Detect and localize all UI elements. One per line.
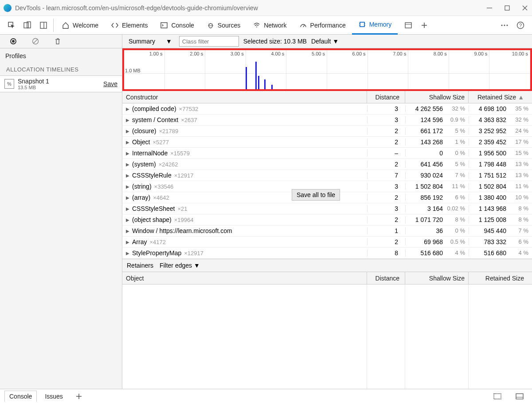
retained-size: 1 798 448 bbox=[479, 161, 506, 168]
drawer-icon-2[interactable] bbox=[514, 391, 525, 402]
expand-icon[interactable]: ▶ bbox=[126, 162, 129, 167]
expand-icon[interactable]: ▶ bbox=[126, 195, 129, 200]
snapshot-item[interactable]: % Snapshot 1 13.5 MB Save bbox=[0, 75, 122, 92]
help-icon[interactable]: ? bbox=[515, 20, 526, 31]
clear-icon[interactable] bbox=[30, 36, 41, 47]
th-distance-2[interactable]: Distance bbox=[367, 272, 405, 284]
table-row[interactable]: ▶(system) ×242622641 4565 %1 798 44813 % bbox=[122, 159, 532, 170]
window-titlebar: DevTools - learn.microsoft.com/en-us/mic… bbox=[0, 0, 532, 16]
device-icon[interactable] bbox=[22, 20, 33, 31]
drawer-icon-1[interactable] bbox=[492, 391, 503, 402]
table-row[interactable]: ▶(closure) ×217892661 1725 %3 252 95224 … bbox=[122, 126, 532, 137]
tab-welcome[interactable]: Welcome bbox=[55, 16, 105, 35]
constructor-name: system / Context bbox=[132, 116, 178, 123]
table-row[interactable]: ▶CSSStyleSheet ×2133 1640.02 %1 143 9688… bbox=[122, 203, 532, 214]
expand-icon[interactable]: ▶ bbox=[126, 184, 129, 189]
time-tick: 4.00 s bbox=[246, 50, 287, 89]
drawer-tab-issues[interactable]: Issues bbox=[40, 391, 67, 402]
tab-sources[interactable]: Sources bbox=[200, 16, 246, 35]
th-constructor[interactable]: Constructor bbox=[122, 91, 367, 103]
table-row[interactable]: ▶(string) ×3354631 502 80411 %1 502 8041… bbox=[122, 181, 532, 192]
constructor-name: Window / https://learn.microsoft.com bbox=[132, 227, 232, 234]
expand-icon[interactable]: ▶ bbox=[126, 240, 129, 245]
distance-cell: 2 bbox=[367, 216, 405, 223]
constructor-name: Array bbox=[132, 238, 147, 245]
table-row[interactable]: ▶system / Context ×26373124 5960.9 %4 36… bbox=[122, 115, 532, 126]
sort-up-icon: ▲ bbox=[518, 94, 524, 101]
distance-cell: 3 bbox=[367, 183, 405, 190]
expand-icon[interactable]: ▶ bbox=[126, 151, 129, 156]
expand-icon[interactable]: ▶ bbox=[126, 129, 129, 134]
summary-dropdown[interactable]: Summary▼ bbox=[126, 37, 175, 46]
tab-console[interactable]: Console bbox=[154, 16, 200, 35]
th-shallow-2[interactable]: Shallow Size bbox=[405, 272, 469, 284]
shallow-size: 641 456 bbox=[420, 161, 443, 168]
allocation-timeline[interactable]: 1.00 s2.00 s3.00 s4.00 s5.00 s6.00 s7.00… bbox=[122, 48, 532, 91]
shallow-pct: 0 % bbox=[446, 227, 465, 234]
retained-pct: 8 % bbox=[510, 205, 528, 212]
table-row[interactable]: ▶StylePropertyMap ×129178516 6804 %516 6… bbox=[122, 248, 532, 259]
retained-size: 1 502 804 bbox=[479, 183, 506, 190]
distance-cell: – bbox=[367, 150, 405, 157]
expand-icon[interactable]: ▶ bbox=[126, 118, 129, 122]
panel-icon[interactable] bbox=[403, 20, 414, 31]
tab-elements[interactable]: Elements bbox=[105, 16, 154, 35]
shallow-pct: 5 % bbox=[446, 161, 465, 168]
constructor-name: (object shape) bbox=[132, 216, 172, 223]
th-shallow[interactable]: Shallow Size bbox=[405, 91, 469, 103]
add-drawer-tab[interactable] bbox=[74, 391, 84, 402]
maximize-button[interactable] bbox=[504, 4, 511, 12]
save-link[interactable]: Save bbox=[103, 80, 117, 87]
shallow-size: 4 262 556 bbox=[415, 105, 443, 112]
expand-icon[interactable]: ▶ bbox=[126, 206, 129, 211]
table-row[interactable]: ▶(object shape) ×1996421 071 7208 %1 125… bbox=[122, 214, 532, 225]
table-row[interactable]: ▶Window / https://learn.microsoft.com136… bbox=[122, 225, 532, 237]
expand-icon[interactable]: ▶ bbox=[126, 251, 129, 256]
th-distance[interactable]: Distance bbox=[367, 91, 405, 103]
dock-icon[interactable] bbox=[38, 20, 49, 31]
time-tick: 6.00 s bbox=[327, 50, 368, 89]
retained-size: 1 956 500 bbox=[479, 150, 506, 157]
shallow-size: 143 268 bbox=[420, 138, 443, 146]
svg-rect-5 bbox=[24, 23, 28, 28]
class-filter-input[interactable] bbox=[179, 36, 239, 47]
allocation-heading: ALLOCATION TIMELINES bbox=[0, 63, 122, 75]
filter-edges-dropdown[interactable]: Filter edges ▼ bbox=[160, 262, 200, 269]
th-retained-2[interactable]: Retained Size bbox=[469, 272, 532, 284]
tab-memory[interactable]: Memory bbox=[352, 16, 398, 35]
th-object[interactable]: Object bbox=[122, 272, 367, 284]
table-row[interactable]: ▶Object ×52772143 2681 %2 359 45217 % bbox=[122, 137, 532, 148]
th-retained[interactable]: Retained Size▲ bbox=[469, 91, 532, 103]
instance-count: ×24262 bbox=[159, 161, 178, 168]
expand-icon[interactable]: ▶ bbox=[126, 217, 129, 222]
record-button[interactable] bbox=[8, 36, 19, 47]
distance-cell: 2 bbox=[367, 127, 405, 134]
table-row[interactable]: ▶Array ×4172269 9680.5 %783 3326 % bbox=[122, 237, 532, 248]
instance-count: ×77532 bbox=[179, 106, 199, 112]
svg-point-30 bbox=[12, 40, 15, 43]
retained-pct: 15 % bbox=[510, 150, 528, 157]
default-dropdown[interactable]: Default▼ bbox=[311, 38, 339, 45]
minimize-button[interactable] bbox=[486, 4, 493, 12]
table-row[interactable]: ▶CSSStyleRule ×129177930 0247 %1 751 512… bbox=[122, 170, 532, 181]
expand-icon[interactable]: ▶ bbox=[126, 107, 129, 111]
trash-icon[interactable] bbox=[52, 36, 63, 47]
tab-performance[interactable]: Performance bbox=[293, 16, 352, 35]
shallow-size: 516 680 bbox=[420, 249, 443, 257]
shallow-size: 661 172 bbox=[420, 127, 443, 134]
tab-network[interactable]: Network bbox=[246, 16, 293, 35]
retained-pct: 10 % bbox=[510, 194, 528, 201]
close-button[interactable] bbox=[521, 4, 528, 12]
expand-icon[interactable]: ▶ bbox=[126, 140, 129, 145]
distance-cell: 2 bbox=[367, 161, 405, 168]
add-tab-button[interactable] bbox=[419, 20, 430, 31]
retained-size: 1 125 008 bbox=[479, 216, 506, 223]
expand-icon[interactable]: ▶ bbox=[126, 173, 129, 178]
table-row[interactable]: ▶InternalNode ×15579–00 %1 956 50015 % bbox=[122, 148, 532, 159]
more-icon[interactable] bbox=[499, 20, 510, 31]
drawer-tab-console[interactable]: Console bbox=[4, 391, 37, 402]
expand-icon[interactable]: ▶ bbox=[126, 229, 129, 233]
inspect-icon[interactable] bbox=[6, 20, 17, 31]
table-row[interactable]: ▶(compiled code) ×7753234 262 55632 %4 6… bbox=[122, 103, 532, 115]
table-row[interactable]: ▶(array) ×46422856 1926 %1 380 40010 % bbox=[122, 192, 532, 203]
